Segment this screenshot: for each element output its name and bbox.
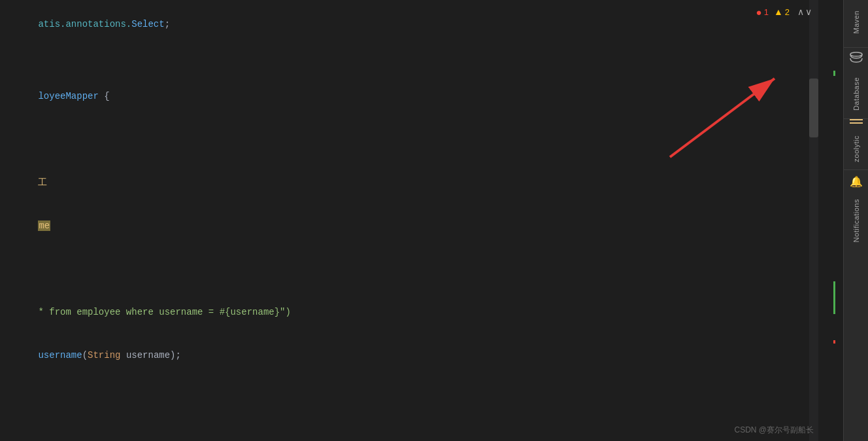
database-label: Database <box>852 69 860 118</box>
code-mapper: loyeeMapper <box>38 91 98 101</box>
code-line-2 <box>0 46 843 60</box>
code-space <box>120 350 125 361</box>
code-line-5 <box>0 118 843 132</box>
code-text-1: atis.annotations. <box>38 19 131 29</box>
minimap-indicator-green-top <box>833 71 835 76</box>
code-line-11 <box>0 262 843 276</box>
scrollbar-handle[interactable] <box>809 79 818 137</box>
code-paren-close: ); <box>170 350 181 361</box>
zoolytic-icon <box>850 119 863 124</box>
bell-icon: 🔔 <box>850 175 863 188</box>
scrollbar-track[interactable] <box>809 0 818 441</box>
database-svg-icon <box>850 52 863 63</box>
code-line-8: 工 <box>0 161 843 204</box>
zoolytic-line-2 <box>850 122 863 124</box>
code-string-type: String <box>88 350 120 361</box>
sidebar-item-maven[interactable]: Maven <box>844 0 868 48</box>
csdn-watermark: CSDN @赛尔号副船长 <box>734 425 814 436</box>
svg-point-2 <box>850 52 862 56</box>
sidebar-item-database[interactable]: Database <box>844 48 868 119</box>
nav-down-arrow[interactable]: ∨ <box>805 7 812 17</box>
warning-icon: ▲ <box>774 7 783 17</box>
minimap-indicator-green-bottom <box>833 281 835 314</box>
code-sql-line: * from employee where username = #{usern… <box>38 307 290 317</box>
notifications-label: Notifications <box>852 191 860 250</box>
nav-arrows: ∧ ∨ <box>797 7 812 17</box>
code-username-param: username <box>126 350 170 361</box>
code-line-7 <box>0 147 843 161</box>
code-line-4: loyeeMapper { <box>0 75 843 118</box>
minimap-indicator-red <box>833 340 835 344</box>
code-highlight-me: me <box>38 220 50 231</box>
code-select: Select <box>131 19 164 29</box>
error-count: 1 <box>764 7 769 17</box>
warning-count: 2 <box>785 7 790 17</box>
error-icon: ● <box>756 7 762 18</box>
code-chinese: 工 <box>38 177 47 188</box>
editor-area: ● 1 ▲ 2 ∧ ∨ atis.annotations.Select; loy… <box>0 0 843 441</box>
top-bar: ● 1 ▲ 2 ∧ ∨ <box>756 0 818 24</box>
code-paren-open: ( <box>82 350 88 361</box>
maven-label: Maven <box>852 3 860 42</box>
warning-badge[interactable]: ▲ 2 <box>774 7 790 17</box>
code-line-9: me <box>0 204 843 247</box>
zoolytic-label: zoolytic <box>852 128 860 170</box>
code-line-10 <box>0 247 843 262</box>
zoolytic-line-1 <box>850 119 863 120</box>
database-icon <box>850 52 863 67</box>
code-line-1: atis.annotations.Select; <box>0 0 843 46</box>
code-content: atis.annotations.Select; loyeeMapper { 工… <box>0 0 843 441</box>
sidebar-item-notifications[interactable]: 🔔 Notifications <box>844 170 868 250</box>
code-line-6 <box>0 132 843 147</box>
code-line-13: * from employee where username = #{usern… <box>0 291 843 334</box>
code-semi-1: ; <box>165 19 170 29</box>
error-badge[interactable]: ● 1 <box>756 7 769 18</box>
code-username-method: username <box>38 350 82 361</box>
sidebar-item-zoolytic[interactable]: zoolytic <box>844 119 868 171</box>
code-line-3 <box>0 60 843 75</box>
code-brace: { <box>99 91 110 101</box>
code-line-12 <box>0 276 843 291</box>
nav-up-arrow[interactable]: ∧ <box>797 7 804 17</box>
code-line-14: username(String username); <box>0 334 843 377</box>
right-sidebar: Maven Database zoolytic 🔔 Notifications <box>843 0 868 441</box>
